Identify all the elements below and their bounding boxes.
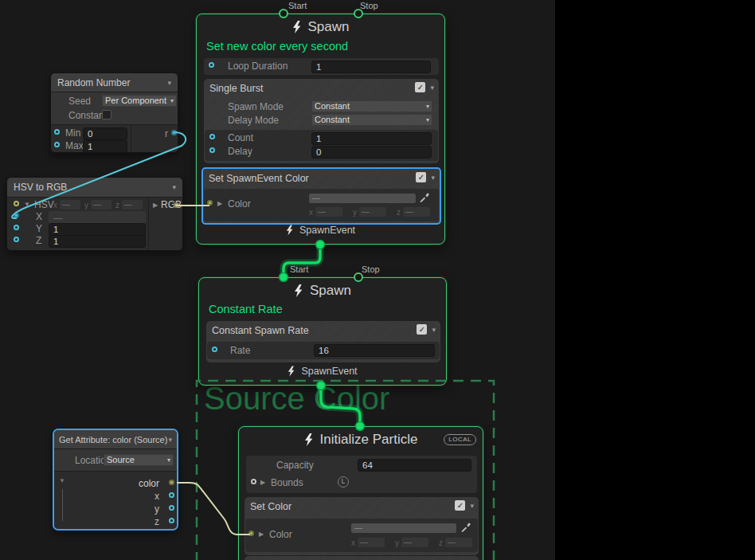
block-constant-spawn-rate[interactable]: Constant Spawn Rate ▾ Rate 16 (206, 321, 440, 362)
chevron-down-icon[interactable]: ▾ (470, 502, 474, 510)
output-port-y[interactable] (169, 505, 174, 511)
location-dropdown[interactable]: Source ▾ (104, 454, 174, 466)
eyedropper-icon[interactable] (460, 523, 471, 533)
mini-field[interactable]: — (60, 200, 80, 210)
input-port-hsv[interactable] (14, 201, 19, 206)
loop-duration-label: Loop Duration (228, 61, 288, 72)
input-port-min[interactable] (54, 129, 60, 135)
node-header[interactable]: HSV to RGB ▾ (7, 178, 182, 198)
rate-field[interactable]: 16 (314, 344, 435, 357)
context-title-text: Spawn (308, 19, 350, 35)
expand-triangle-icon[interactable]: ▶ (259, 531, 264, 538)
node-settings: Location Source ▾ (54, 449, 177, 472)
input-port-z[interactable] (14, 237, 19, 242)
block-header[interactable]: Set Color ▾ (244, 497, 479, 515)
z-label: Z (36, 235, 41, 246)
mini-field[interactable]: — (91, 200, 111, 210)
color-row: ▶ Color — x— y— z— (204, 189, 439, 221)
color-z-mini: z— (439, 538, 472, 547)
max-label: Max (65, 140, 84, 151)
mini-field: — (359, 207, 386, 217)
dropdown-arrow-icon: ▾ (426, 100, 429, 112)
expand-triangle-icon[interactable]: ▶ (153, 202, 158, 210)
input-port-count[interactable] (209, 134, 215, 139)
dropdown-arrow-icon: ▾ (426, 114, 429, 126)
constant-checkbox[interactable] (102, 110, 111, 119)
input-port-x[interactable] (14, 213, 19, 218)
input-port-rate[interactable] (212, 347, 217, 352)
delay-field[interactable]: 0 (311, 146, 432, 159)
color-swatch[interactable]: — (309, 194, 416, 203)
chevron-down-icon[interactable]: ▾ (431, 174, 435, 182)
block-header[interactable]: Constant Spawn Rate ▾ (206, 321, 440, 339)
seed-dropdown[interactable]: Per Component ▾ (102, 95, 177, 107)
y-field[interactable]: 1 (49, 223, 146, 236)
output-port-r[interactable] (171, 130, 177, 135)
input-port-bounds[interactable] (251, 479, 256, 484)
spawn-mode-dropdown[interactable]: Constant ▾ (311, 100, 432, 112)
block-enabled-checkbox[interactable] (415, 82, 425, 92)
next-block-partial[interactable] (244, 556, 479, 560)
expand-triangle-icon[interactable]: ▶ (217, 200, 222, 208)
node-get-attribute[interactable]: Get Attribute: color (Source) ▾ Location… (53, 429, 178, 531)
input-port-color[interactable] (207, 200, 213, 206)
constant-label: Constant (68, 110, 107, 121)
node-header[interactable]: Random Number ▾ (51, 73, 178, 92)
delay-mode-dropdown[interactable]: Constant ▾ (311, 114, 432, 126)
input-port-y[interactable] (14, 225, 19, 230)
count-field[interactable]: 1 (311, 132, 432, 145)
local-space-icon[interactable]: L (338, 476, 349, 488)
block-header[interactable]: Single Burst ▾ (204, 79, 439, 97)
output-port-color[interactable] (169, 480, 174, 485)
capacity-field[interactable]: 64 (358, 459, 471, 472)
node-spawn-2[interactable]: Spawn Constant Rate Constant Spawn Rate … (198, 277, 447, 386)
max-field[interactable]: 1 (83, 140, 127, 153)
loop-duration-field[interactable]: 1 (311, 61, 431, 73)
input-port-color[interactable] (248, 531, 254, 536)
x-field: — (49, 211, 146, 224)
lightning-icon (288, 366, 295, 377)
chevron-down-icon[interactable]: ▾ (167, 79, 171, 87)
input-port-loop-duration[interactable] (209, 62, 214, 68)
flow-label-stop: Stop (360, 1, 378, 10)
hsv-y-mini: y — (84, 200, 111, 210)
context-title: Spawn (197, 19, 444, 35)
eyedropper-icon[interactable] (419, 193, 429, 203)
chevron-down-icon[interactable]: ▾ (172, 183, 176, 191)
block-title: Set SpawnEvent Color (209, 173, 309, 184)
node-hsv-to-rgb[interactable]: HSV to RGB ▾ ▼ HSV x — y — z — X — (6, 177, 183, 251)
lightning-icon (294, 284, 303, 297)
min-field[interactable]: 0 (83, 127, 127, 140)
node-initialize-particle[interactable]: Initialize Particle LOCAL Capacity 64 ▶ … (238, 426, 483, 560)
output-port-z[interactable] (169, 518, 174, 523)
divider (148, 198, 149, 251)
node-random-number[interactable]: Random Number ▾ Seed Per Component ▾ Con… (50, 72, 178, 153)
output-label-z: z (155, 516, 159, 527)
min-label: Min (65, 127, 80, 139)
expand-triangle-icon[interactable]: ▼ (24, 201, 30, 209)
color-swatch[interactable]: — (351, 523, 456, 533)
input-port-max[interactable] (54, 142, 60, 147)
block-enabled-checkbox[interactable] (417, 324, 427, 335)
output-port-x[interactable] (169, 492, 174, 498)
block-enabled-checkbox[interactable] (416, 172, 426, 182)
mini-field[interactable]: — (122, 200, 143, 210)
color-label: Color (228, 198, 251, 210)
expand-triangle-icon[interactable]: ▶ (260, 479, 265, 487)
block-header[interactable]: Set SpawnEvent Color ▾ (203, 169, 440, 187)
output-port-rgb[interactable] (174, 202, 179, 208)
block-set-spawnevent-color[interactable]: Set SpawnEvent Color ▾ ▶ Color — x— y— z… (201, 167, 441, 225)
block-single-burst[interactable]: Single Burst ▾ Spawn Mode Constant ▾ Del… (204, 79, 439, 163)
expand-triangle-icon[interactable]: ▼ (59, 477, 65, 485)
graph-canvas[interactable]: Source Color Start Stop Start Stop Rando… (0, 0, 555, 560)
input-port-delay[interactable] (209, 147, 215, 153)
node-header[interactable]: Get Attribute: color (Source) ▾ (54, 430, 177, 449)
chevron-down-icon[interactable]: ▾ (168, 436, 172, 444)
chevron-down-icon[interactable]: ▾ (430, 84, 434, 92)
block-enabled-checkbox[interactable] (455, 500, 465, 511)
block-set-color[interactable]: Set Color ▾ ▶ Color — x— y— z— (244, 497, 479, 555)
z-field[interactable]: 1 (49, 235, 146, 248)
count-delay-rows: Count 1 Delay 0 (205, 130, 438, 161)
chevron-down-icon[interactable]: ▾ (432, 326, 436, 334)
node-spawn-1[interactable]: Spawn Set new color every second Loop Du… (196, 14, 445, 245)
